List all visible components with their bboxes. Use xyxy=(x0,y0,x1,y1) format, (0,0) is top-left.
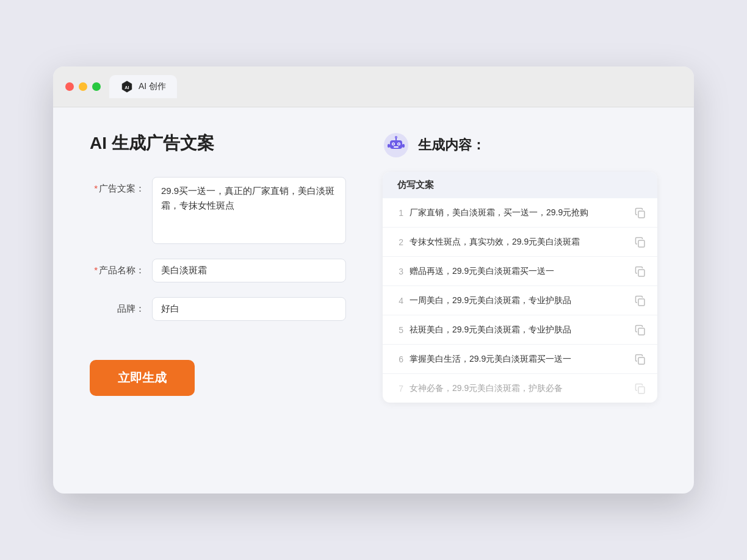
robot-icon xyxy=(383,132,410,159)
result-title: 生成内容： xyxy=(418,136,485,154)
table-row: 5祛斑美白，29.9元美白淡斑霜，专业护肤品 xyxy=(383,315,657,345)
product-name-input[interactable] xyxy=(152,259,346,282)
maximize-button[interactable] xyxy=(92,82,101,91)
svg-rect-16 xyxy=(638,270,644,276)
brand-label: 品牌： xyxy=(90,297,145,315)
copy-icon[interactable] xyxy=(634,207,646,219)
ai-tab-icon: AI xyxy=(120,80,134,93)
row-text: 一周美白，29.9元美白淡斑霜，专业护肤品 xyxy=(410,294,628,307)
product-name-row: *产品名称： xyxy=(90,259,346,282)
copy-icon[interactable] xyxy=(634,324,646,336)
svg-rect-19 xyxy=(638,357,644,364)
results-panel: 生成内容： 仿写文案 1厂家直销，美白淡斑霜，买一送一，29.9元抢购 2专抹女… xyxy=(383,132,657,449)
svg-point-8 xyxy=(392,143,394,145)
copy-icon[interactable] xyxy=(634,236,646,248)
main-content: AI 生成广告文案 *广告文案： 29.9买一送一，真正的厂家直销，美白淡斑霜，… xyxy=(53,107,694,473)
ai-tab[interactable]: AI AI 创作 xyxy=(109,75,177,98)
close-button[interactable] xyxy=(65,82,74,91)
svg-rect-18 xyxy=(638,328,644,335)
ad-copy-input[interactable]: 29.9买一送一，真正的厂家直销，美白淡斑霜，专抹女性斑点 xyxy=(152,177,346,244)
copy-icon[interactable] xyxy=(634,265,646,278)
row-number: 5 xyxy=(389,325,403,335)
result-table: 仿写文案 1厂家直销，美白淡斑霜，买一送一，29.9元抢购 2专抹女性斑点，真实… xyxy=(383,172,657,403)
copy-icon[interactable] xyxy=(634,295,646,307)
minimize-button[interactable] xyxy=(79,82,87,91)
browser-window: AI AI 创作 AI 生成广告文案 *广告文案： 29.9买一送一，真正的厂家… xyxy=(53,66,694,494)
generate-button[interactable]: 立即生成 xyxy=(90,360,195,396)
row-text: 专抹女性斑点，真实功效，29.9元美白淡斑霜 xyxy=(410,235,628,248)
row-number: 7 xyxy=(389,384,403,393)
row-number: 1 xyxy=(389,208,403,218)
row-text: 掌握美白生活，29.9元美白淡斑霜买一送一 xyxy=(410,353,628,365)
table-row: 1厂家直销，美白淡斑霜，买一送一，29.9元抢购 xyxy=(383,198,657,228)
table-row: 2专抹女性斑点，真实功效，29.9元美白淡斑霜 xyxy=(383,228,657,257)
brand-row: 品牌： xyxy=(90,297,346,321)
required-star-1: * xyxy=(94,183,98,193)
results-rows-container: 1厂家直销，美白淡斑霜，买一送一，29.9元抢购 2专抹女性斑点，真实功效，29… xyxy=(383,198,657,403)
product-name-label: *产品名称： xyxy=(90,259,145,276)
result-header: 生成内容： xyxy=(383,132,657,159)
svg-rect-20 xyxy=(638,387,644,393)
copy-icon[interactable] xyxy=(634,353,646,365)
svg-point-11 xyxy=(395,137,397,138)
table-row: 3赠品再送，29.9元美白淡斑霜买一送一 xyxy=(383,257,657,286)
ad-copy-row: *广告文案： 29.9买一送一，真正的厂家直销，美白淡斑霜，专抹女性斑点 xyxy=(90,177,346,244)
table-row: 7女神必备，29.9元美白淡斑霜，护肤必备 xyxy=(383,374,657,403)
tab-label: AI 创作 xyxy=(139,81,166,92)
required-star-2: * xyxy=(94,265,98,275)
svg-rect-13 xyxy=(402,144,405,148)
row-number: 4 xyxy=(389,296,403,306)
copy-icon[interactable] xyxy=(634,382,646,395)
svg-rect-17 xyxy=(638,299,644,306)
svg-rect-12 xyxy=(388,144,390,148)
svg-rect-10 xyxy=(394,146,399,148)
row-text: 厂家直销，美白淡斑霜，买一送一，29.9元抢购 xyxy=(410,206,628,219)
titlebar: AI AI 创作 xyxy=(53,66,694,107)
row-number: 2 xyxy=(389,237,403,247)
row-number: 3 xyxy=(389,267,403,276)
svg-point-9 xyxy=(398,143,399,145)
table-row: 6掌握美白生活，29.9元美白淡斑霜买一送一 xyxy=(383,345,657,374)
row-number: 6 xyxy=(389,354,403,364)
row-text: 女神必备，29.9元美白淡斑霜，护肤必备 xyxy=(410,382,628,395)
brand-input[interactable] xyxy=(152,297,346,321)
table-header: 仿写文案 xyxy=(383,172,657,198)
row-text: 赠品再送，29.9元美白淡斑霜买一送一 xyxy=(410,265,628,278)
page-title: AI 生成广告文案 xyxy=(90,132,346,155)
svg-rect-14 xyxy=(638,211,644,218)
table-row: 4一周美白，29.9元美白淡斑霜，专业护肤品 xyxy=(383,286,657,315)
row-text: 祛斑美白，29.9元美白淡斑霜，专业护肤品 xyxy=(410,323,628,336)
ad-copy-label: *广告文案： xyxy=(90,177,145,195)
svg-rect-15 xyxy=(638,240,644,247)
traffic-lights xyxy=(65,82,101,91)
form-panel: AI 生成广告文案 *广告文案： 29.9买一送一，真正的厂家直销，美白淡斑霜，… xyxy=(90,132,346,449)
svg-text:AI: AI xyxy=(125,85,129,90)
